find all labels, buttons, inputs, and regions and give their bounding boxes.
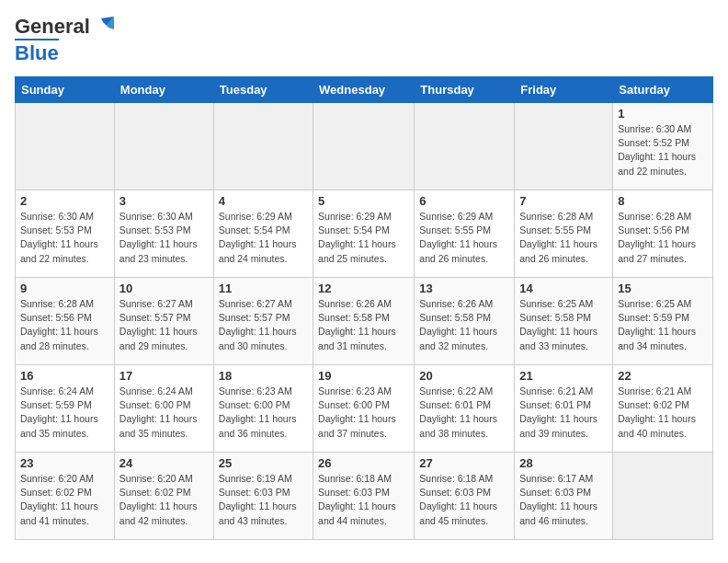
- calendar-cell: 13Sunrise: 6:26 AM Sunset: 5:58 PM Dayli…: [415, 278, 515, 365]
- day-number: 6: [419, 194, 509, 208]
- calendar-week-1: 2Sunrise: 6:30 AM Sunset: 5:53 PM Daylig…: [16, 190, 713, 278]
- calendar-cell: 9Sunrise: 6:28 AM Sunset: 5:56 PM Daylig…: [16, 278, 115, 365]
- day-info: Sunrise: 6:23 AM Sunset: 6:00 PM Dayligh…: [219, 385, 308, 441]
- day-info: Sunrise: 6:26 AM Sunset: 5:58 PM Dayligh…: [419, 297, 509, 353]
- weekday-header-tuesday: Tuesday: [213, 77, 313, 103]
- calendar-cell: 1Sunrise: 6:30 AM Sunset: 5:52 PM Daylig…: [613, 103, 713, 190]
- weekday-header-thursday: Thursday: [415, 77, 515, 103]
- calendar-cell: 7Sunrise: 6:28 AM Sunset: 5:55 PM Daylig…: [515, 190, 613, 278]
- day-info: Sunrise: 6:25 AM Sunset: 5:59 PM Dayligh…: [618, 297, 708, 353]
- day-number: 18: [219, 369, 308, 383]
- day-number: 24: [119, 456, 209, 470]
- day-number: 16: [20, 369, 109, 383]
- day-number: 17: [119, 369, 209, 383]
- calendar-cell: 6Sunrise: 6:29 AM Sunset: 5:55 PM Daylig…: [415, 190, 515, 278]
- day-number: 9: [20, 282, 109, 295]
- day-info: Sunrise: 6:24 AM Sunset: 5:59 PM Dayligh…: [20, 385, 109, 441]
- calendar-cell: 5Sunrise: 6:29 AM Sunset: 5:54 PM Daylig…: [313, 190, 415, 278]
- day-number: 27: [419, 456, 509, 470]
- calendar-cell: 19Sunrise: 6:23 AM Sunset: 6:00 PM Dayli…: [313, 365, 415, 453]
- weekday-header-friday: Friday: [515, 77, 613, 103]
- calendar-header: SundayMondayTuesdayWednesdayThursdayFrid…: [16, 77, 713, 103]
- day-info: Sunrise: 6:30 AM Sunset: 5:53 PM Dayligh…: [119, 210, 209, 266]
- day-number: 15: [618, 282, 708, 295]
- calendar-body: 1Sunrise: 6:30 AM Sunset: 5:52 PM Daylig…: [16, 103, 713, 540]
- calendar-week-2: 9Sunrise: 6:28 AM Sunset: 5:56 PM Daylig…: [16, 278, 713, 365]
- day-info: Sunrise: 6:29 AM Sunset: 5:55 PM Dayligh…: [419, 210, 509, 266]
- calendar-cell: 23Sunrise: 6:20 AM Sunset: 6:02 PM Dayli…: [16, 453, 115, 540]
- calendar-cell: 8Sunrise: 6:28 AM Sunset: 5:56 PM Daylig…: [613, 190, 713, 278]
- day-info: Sunrise: 6:29 AM Sunset: 5:54 PM Dayligh…: [219, 210, 308, 266]
- logo-general-text: General: [15, 15, 90, 39]
- day-info: Sunrise: 6:20 AM Sunset: 6:02 PM Dayligh…: [20, 472, 109, 528]
- calendar-cell: 25Sunrise: 6:19 AM Sunset: 6:03 PM Dayli…: [213, 453, 313, 540]
- day-info: Sunrise: 6:20 AM Sunset: 6:02 PM Dayligh…: [119, 472, 209, 528]
- calendar-cell: 14Sunrise: 6:25 AM Sunset: 5:58 PM Dayli…: [515, 278, 613, 365]
- day-info: Sunrise: 6:17 AM Sunset: 6:03 PM Dayligh…: [519, 472, 608, 528]
- calendar-cell: 22Sunrise: 6:21 AM Sunset: 6:02 PM Dayli…: [613, 365, 713, 453]
- day-info: Sunrise: 6:27 AM Sunset: 5:57 PM Dayligh…: [119, 297, 209, 353]
- day-info: Sunrise: 6:18 AM Sunset: 6:03 PM Dayligh…: [419, 472, 509, 528]
- day-info: Sunrise: 6:24 AM Sunset: 6:00 PM Dayligh…: [119, 385, 209, 441]
- day-number: 2: [20, 194, 109, 208]
- day-number: 23: [20, 456, 109, 470]
- logo: General Blue: [15, 15, 114, 65]
- calendar-cell: 4Sunrise: 6:29 AM Sunset: 5:54 PM Daylig…: [213, 190, 313, 278]
- day-number: 22: [618, 369, 708, 383]
- day-number: 25: [219, 456, 308, 470]
- day-info: Sunrise: 6:30 AM Sunset: 5:53 PM Dayligh…: [20, 210, 109, 266]
- logo-bird-icon: [94, 17, 114, 33]
- day-info: Sunrise: 6:29 AM Sunset: 5:54 PM Dayligh…: [318, 210, 409, 266]
- calendar-week-3: 16Sunrise: 6:24 AM Sunset: 5:59 PM Dayli…: [16, 365, 713, 453]
- day-info: Sunrise: 6:23 AM Sunset: 6:00 PM Dayligh…: [318, 385, 409, 441]
- day-number: 7: [519, 194, 608, 208]
- calendar-cell: [313, 103, 415, 190]
- day-number: 19: [318, 369, 409, 383]
- day-number: 8: [618, 194, 708, 208]
- calendar-cell: 18Sunrise: 6:23 AM Sunset: 6:00 PM Dayli…: [213, 365, 313, 453]
- day-info: Sunrise: 6:19 AM Sunset: 6:03 PM Dayligh…: [219, 472, 308, 528]
- day-number: 13: [419, 282, 509, 295]
- calendar-cell: [114, 103, 213, 190]
- day-number: 20: [419, 369, 509, 383]
- day-number: 3: [119, 194, 209, 208]
- day-info: Sunrise: 6:21 AM Sunset: 6:01 PM Dayligh…: [519, 385, 608, 441]
- weekday-header-row: SundayMondayTuesdayWednesdayThursdayFrid…: [16, 77, 713, 103]
- day-info: Sunrise: 6:26 AM Sunset: 5:58 PM Dayligh…: [318, 297, 409, 353]
- day-info: Sunrise: 6:22 AM Sunset: 6:01 PM Dayligh…: [419, 385, 509, 441]
- calendar-cell: [415, 103, 515, 190]
- calendar-cell: [613, 453, 713, 540]
- calendar-cell: [213, 103, 313, 190]
- day-number: 1: [618, 107, 708, 121]
- day-info: Sunrise: 6:27 AM Sunset: 5:57 PM Dayligh…: [219, 297, 308, 353]
- calendar-cell: 12Sunrise: 6:26 AM Sunset: 5:58 PM Dayli…: [313, 278, 415, 365]
- weekday-header-saturday: Saturday: [613, 77, 713, 103]
- calendar-cell: 20Sunrise: 6:22 AM Sunset: 6:01 PM Dayli…: [415, 365, 515, 453]
- calendar-cell: [515, 103, 613, 190]
- calendar-cell: 21Sunrise: 6:21 AM Sunset: 6:01 PM Dayli…: [515, 365, 613, 453]
- weekday-header-monday: Monday: [114, 77, 213, 103]
- calendar-week-0: 1Sunrise: 6:30 AM Sunset: 5:52 PM Daylig…: [16, 103, 713, 190]
- calendar-cell: 10Sunrise: 6:27 AM Sunset: 5:57 PM Dayli…: [114, 278, 213, 365]
- day-number: 14: [519, 282, 608, 295]
- calendar-cell: 2Sunrise: 6:30 AM Sunset: 5:53 PM Daylig…: [16, 190, 115, 278]
- calendar-cell: 15Sunrise: 6:25 AM Sunset: 5:59 PM Dayli…: [613, 278, 713, 365]
- day-info: Sunrise: 6:30 AM Sunset: 5:52 PM Dayligh…: [618, 122, 708, 178]
- calendar-cell: [16, 103, 115, 190]
- calendar-cell: 11Sunrise: 6:27 AM Sunset: 5:57 PM Dayli…: [213, 278, 313, 365]
- day-number: 28: [519, 456, 608, 470]
- day-number: 11: [219, 282, 308, 295]
- calendar-cell: 16Sunrise: 6:24 AM Sunset: 5:59 PM Dayli…: [16, 365, 115, 453]
- weekday-header-wednesday: Wednesday: [313, 77, 415, 103]
- day-number: 26: [318, 456, 409, 470]
- calendar-cell: 24Sunrise: 6:20 AM Sunset: 6:02 PM Dayli…: [114, 453, 213, 540]
- logo-blue-text: Blue: [15, 39, 59, 65]
- page-header: General Blue: [15, 15, 713, 65]
- day-info: Sunrise: 6:25 AM Sunset: 5:58 PM Dayligh…: [519, 297, 608, 353]
- day-number: 5: [318, 194, 409, 208]
- day-info: Sunrise: 6:28 AM Sunset: 5:56 PM Dayligh…: [20, 297, 109, 353]
- calendar-cell: 3Sunrise: 6:30 AM Sunset: 5:53 PM Daylig…: [114, 190, 213, 278]
- day-info: Sunrise: 6:18 AM Sunset: 6:03 PM Dayligh…: [318, 472, 409, 528]
- calendar-cell: 17Sunrise: 6:24 AM Sunset: 6:00 PM Dayli…: [114, 365, 213, 453]
- day-info: Sunrise: 6:21 AM Sunset: 6:02 PM Dayligh…: [618, 385, 708, 441]
